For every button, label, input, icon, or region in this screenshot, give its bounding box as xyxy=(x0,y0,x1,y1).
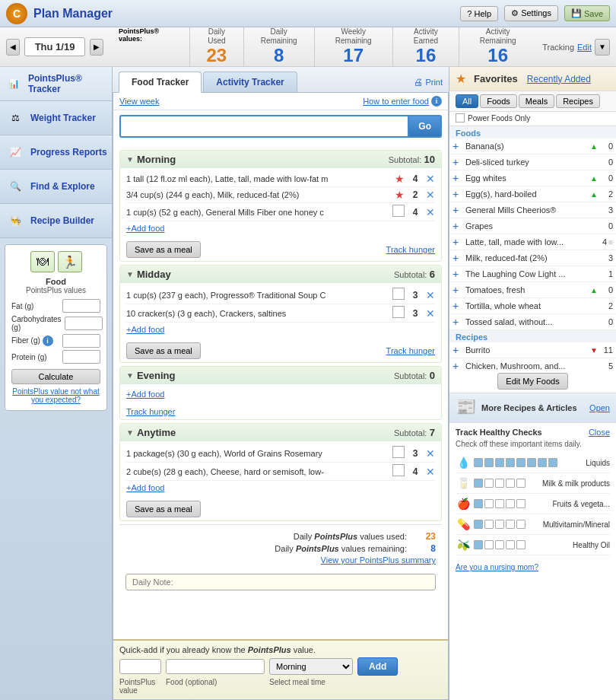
quick-add-meal-select[interactable]: Morning Midday Evening Anytime xyxy=(269,658,353,675)
tracking-edit-link[interactable]: Edit xyxy=(577,43,592,52)
food-add-icon-6[interactable]: + xyxy=(452,236,463,248)
health-box-0-1[interactable] xyxy=(484,458,494,467)
foods-list-item-11[interactable]: + Tossed salad, without... 0 xyxy=(449,314,616,330)
date-prev-button[interactable]: ◀ xyxy=(6,39,20,56)
add-food-link-1[interactable]: +Add food xyxy=(126,323,435,336)
settings-button[interactable]: ⚙ Settings xyxy=(504,5,558,21)
foods-list-item-2[interactable]: + Egg whites ▲ 0 xyxy=(449,170,616,186)
foods-list-item-0[interactable]: + Banana(s) ▲ 0 xyxy=(449,138,616,154)
food-item-checkbox-3-1[interactable] xyxy=(392,464,405,476)
recently-added-tab[interactable]: Recently Added xyxy=(522,72,595,86)
health-box-3-0[interactable] xyxy=(474,520,483,529)
filter-meals-button[interactable]: Meals xyxy=(519,94,554,108)
meal-header-2[interactable]: ▼ Evening Subtotal: 0 xyxy=(120,367,441,384)
sidebar-item-find-explore[interactable]: 🔍 Find & Explore xyxy=(0,170,112,204)
food-add-icon-5[interactable]: + xyxy=(452,220,463,232)
food-item-remove-1-0[interactable]: ✕ xyxy=(426,289,435,301)
health-box-1-3[interactable] xyxy=(506,479,515,488)
view-week-link[interactable]: View week xyxy=(119,97,159,106)
food-add-icon-8[interactable]: + xyxy=(452,268,463,280)
save-meal-button-1[interactable]: Save as a meal xyxy=(126,342,201,359)
food-item-checkbox-3-0[interactable] xyxy=(392,446,405,458)
favorites-tab[interactable]: Favorites xyxy=(469,72,522,86)
sidebar-item-points-tracker[interactable]: 📊 PointsPlus® Tracker xyxy=(0,67,112,101)
health-box-1-4[interactable] xyxy=(516,479,526,488)
protein-input[interactable] xyxy=(62,350,100,364)
sidebar-item-progress-reports[interactable]: 📈 Progress Reports xyxy=(0,135,112,170)
food-icon[interactable]: 🍽 xyxy=(30,251,55,272)
food-add-icon-9[interactable]: + xyxy=(452,284,463,296)
fat-input[interactable] xyxy=(62,299,100,313)
save-meal-button-3[interactable]: Save as a meal xyxy=(126,501,201,517)
save-button[interactable]: 💾 Save xyxy=(564,5,610,21)
health-box-4-0[interactable] xyxy=(474,540,483,549)
food-item-star-0-0[interactable]: ★ xyxy=(395,173,405,185)
food-item-checkbox-1-0[interactable] xyxy=(392,288,405,300)
recipe-add-icon-0[interactable]: + xyxy=(452,344,463,356)
print-link[interactable]: 🖨 Print xyxy=(414,77,443,92)
healthy-checks-close-link[interactable]: Close xyxy=(589,428,610,437)
food-item-checkbox-1-1[interactable] xyxy=(392,306,405,318)
fiber-input[interactable] xyxy=(62,334,100,348)
health-box-2-4[interactable] xyxy=(516,499,526,508)
add-food-link-2[interactable]: +Add food xyxy=(126,387,435,401)
food-item-remove-1-1[interactable]: ✕ xyxy=(426,307,435,320)
food-search-input[interactable] xyxy=(119,115,408,138)
health-box-1-2[interactable] xyxy=(495,479,504,488)
health-box-4-4[interactable] xyxy=(516,540,526,549)
health-box-0-0[interactable] xyxy=(474,458,483,467)
recipe-add-icon-1[interactable]: + xyxy=(452,360,463,370)
quick-add-food-input[interactable] xyxy=(166,659,265,674)
filter-recipes-button[interactable]: Recipes xyxy=(556,94,600,108)
filter-foods-button[interactable]: Foods xyxy=(480,94,517,108)
food-item-star-0-1[interactable]: ★ xyxy=(395,189,405,201)
quick-add-button[interactable]: Add xyxy=(357,657,398,676)
track-hunger-link-2[interactable]: Track hunger xyxy=(126,407,175,416)
food-add-icon-10[interactable]: + xyxy=(452,300,463,312)
foods-list-item-8[interactable]: + The Laughing Cow Light ... 1 xyxy=(449,266,616,282)
save-meal-button-0[interactable]: Save as a meal xyxy=(126,241,201,258)
foods-list-item-10[interactable]: + Tortilla, whole wheat 2 xyxy=(449,298,616,314)
foods-list-item-9[interactable]: + Tomatoes, fresh ▲ 0 xyxy=(449,282,616,298)
health-box-0-6[interactable] xyxy=(538,458,547,467)
food-item-remove-3-0[interactable]: ✕ xyxy=(426,447,435,460)
health-box-2-2[interactable] xyxy=(495,499,504,508)
daily-note-input[interactable] xyxy=(125,574,436,590)
meal-header-3[interactable]: ▼ Anytime Subtotal: 7 xyxy=(120,424,441,441)
health-box-0-3[interactable] xyxy=(506,458,515,467)
foods-list-item-4[interactable]: + General Mills Cheerios® 3 xyxy=(449,202,616,218)
foods-list-item-7[interactable]: + Milk, reduced-fat (2%) 3 xyxy=(449,250,616,266)
date-display[interactable]: Thu 1/19 xyxy=(24,37,85,56)
food-add-icon-2[interactable]: + xyxy=(452,172,463,184)
health-box-3-3[interactable] xyxy=(506,520,515,529)
calculate-button[interactable]: Calculate xyxy=(11,369,100,384)
health-box-0-7[interactable] xyxy=(548,458,557,467)
food-add-icon-11[interactable]: + xyxy=(452,316,463,328)
foods-list-item-6[interactable]: + Latte, tall, made with low... 4 ≡ xyxy=(449,234,616,250)
sidebar-item-weight-tracker[interactable]: ⚖ Weight Tracker xyxy=(0,101,112,135)
health-box-4-1[interactable] xyxy=(484,540,494,549)
recipes-list-item-1[interactable]: + Chicken, Mushroom, and... 5 xyxy=(449,358,616,370)
tracking-dropdown[interactable]: ▼ xyxy=(595,39,610,56)
health-box-3-2[interactable] xyxy=(495,520,504,529)
tab-activity-tracker[interactable]: Activity Tracker xyxy=(203,72,297,92)
points-plus-unexpected-link[interactable]: PointsPlus value not what you expected? xyxy=(11,387,100,404)
food-add-icon-0[interactable]: + xyxy=(452,140,463,152)
power-foods-checkbox[interactable] xyxy=(456,113,465,123)
filter-all-button[interactable]: All xyxy=(456,94,478,108)
health-box-2-3[interactable] xyxy=(506,499,515,508)
help-button[interactable]: ? Help xyxy=(460,6,498,21)
health-box-1-1[interactable] xyxy=(484,479,494,488)
health-box-0-5[interactable] xyxy=(527,458,536,467)
sidebar-item-recipe-builder[interactable]: 👨‍🍳 Recipe Builder xyxy=(0,204,112,238)
health-box-1-0[interactable] xyxy=(474,479,483,488)
health-box-0-4[interactable] xyxy=(516,458,526,467)
meal-header-1[interactable]: ▼ Midday Subtotal: 6 xyxy=(120,266,441,283)
summary-link[interactable]: View your PointsPlus summary xyxy=(321,555,436,565)
how-to-link[interactable]: How to enter food i xyxy=(363,96,442,107)
nursing-link[interactable]: Are you a nursing mom? xyxy=(449,560,616,574)
more-recipes-open-link[interactable]: Open xyxy=(589,403,610,412)
food-item-checkbox-0-2[interactable] xyxy=(392,205,405,217)
track-hunger-link-0[interactable]: Track hunger xyxy=(386,245,435,254)
food-item-remove-0-1[interactable]: ✕ xyxy=(426,189,435,201)
